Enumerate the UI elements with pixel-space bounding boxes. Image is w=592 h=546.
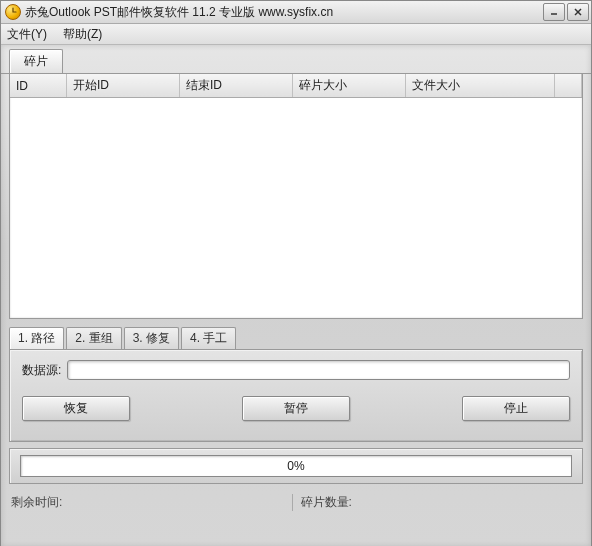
app-window: 赤兔Outlook PST邮件恢复软件 11.2 专业版 www.sysfix.… bbox=[0, 0, 592, 546]
col-end-id[interactable]: 结束ID bbox=[180, 74, 293, 98]
titlebar: 赤兔Outlook PST邮件恢复软件 11.2 专业版 www.sysfix.… bbox=[1, 1, 591, 24]
close-button[interactable] bbox=[567, 3, 589, 21]
stop-button[interactable]: 停止 bbox=[462, 396, 570, 421]
table-header-row: ID 开始ID 结束ID 碎片大小 文件大小 bbox=[10, 74, 582, 98]
window-controls bbox=[543, 3, 589, 21]
source-label: 数据源: bbox=[22, 362, 61, 379]
progress-text: 0% bbox=[287, 459, 304, 473]
client-area: 碎片 ID 开始ID 结束ID 碎片大小 文件大小 bbox=[1, 45, 591, 546]
window-title: 赤兔Outlook PST邮件恢复软件 11.2 专业版 www.sysfix.… bbox=[25, 4, 543, 21]
progress-panel: 0% bbox=[9, 448, 583, 484]
status-remaining: 剩余时间: bbox=[11, 494, 292, 511]
lower-tab-strip: 1. 路径 2. 重组 3. 修复 4. 手工 bbox=[9, 327, 583, 349]
menu-file[interactable]: 文件(Y) bbox=[3, 24, 51, 45]
minimize-button[interactable] bbox=[543, 3, 565, 21]
tab-repair[interactable]: 3. 修复 bbox=[124, 327, 179, 349]
status-remaining-label: 剩余时间: bbox=[11, 495, 62, 509]
recover-button[interactable]: 恢复 bbox=[22, 396, 130, 421]
col-file-size[interactable]: 文件大小 bbox=[406, 74, 555, 98]
status-bar: 剩余时间: 碎片数量: bbox=[11, 494, 581, 511]
tab-fragments[interactable]: 碎片 bbox=[9, 49, 63, 73]
source-input[interactable] bbox=[67, 360, 570, 380]
path-panel: 数据源: 恢复 暂停 停止 bbox=[9, 349, 583, 442]
tab-regroup[interactable]: 2. 重组 bbox=[66, 327, 121, 349]
col-id[interactable]: ID bbox=[10, 74, 67, 98]
col-spacer bbox=[555, 74, 582, 98]
tab-manual[interactable]: 4. 手工 bbox=[181, 327, 236, 349]
menu-help[interactable]: 帮助(Z) bbox=[59, 24, 106, 45]
status-frag-count-label: 碎片数量: bbox=[301, 495, 352, 509]
upper-tab-strip: 碎片 bbox=[1, 45, 591, 74]
app-icon bbox=[5, 4, 21, 20]
progress-bar: 0% bbox=[20, 455, 572, 477]
pause-button[interactable]: 暂停 bbox=[242, 396, 350, 421]
col-start-id[interactable]: 开始ID bbox=[67, 74, 180, 98]
col-frag-size[interactable]: 碎片大小 bbox=[293, 74, 406, 98]
tab-path[interactable]: 1. 路径 bbox=[9, 327, 64, 349]
fragment-table: ID 开始ID 结束ID 碎片大小 文件大小 bbox=[9, 74, 583, 319]
status-frag-count: 碎片数量: bbox=[292, 494, 582, 511]
lower-section: 1. 路径 2. 重组 3. 修复 4. 手工 数据源: 恢复 暂停 停止 bbox=[9, 327, 583, 442]
menubar: 文件(Y) 帮助(Z) bbox=[1, 24, 591, 45]
